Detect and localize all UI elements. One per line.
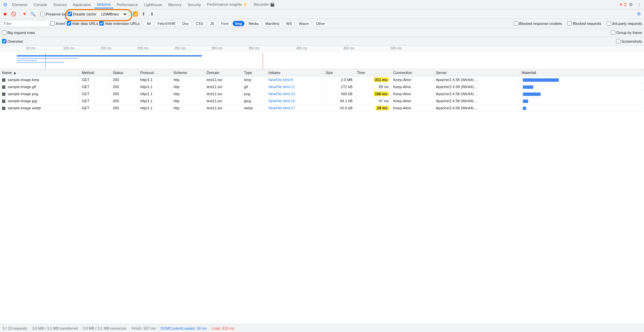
tab-performance-insights[interactable]: Performance insights ⚡	[204, 1, 250, 8]
filter-ws[interactable]: WS	[283, 21, 295, 26]
hide-extension-urls-checkbox[interactable]: Hide extension URLs	[99, 21, 139, 26]
table-body: sample-image.bmp GET 200 http/1.1 http t…	[0, 76, 644, 112]
cell-method: GET	[80, 83, 111, 90]
col-name[interactable]: Name ▲	[0, 69, 80, 76]
col-method[interactable]: Method	[80, 69, 111, 76]
blocked-response-cookies-checkbox[interactable]: Blocked response cookies	[514, 21, 562, 26]
network-table-container[interactable]: Name ▲ Method Status Protocol Scheme Dom…	[0, 69, 644, 324]
filter-all[interactable]: All	[144, 21, 154, 26]
cell-protocol: http/1.1	[138, 90, 171, 98]
status-bar: 5 / 10 requests | 3.0 MB / 3.1 MB transf…	[0, 324, 644, 332]
group-by-frame-checkbox[interactable]: Group by frame	[611, 30, 642, 35]
filter-css[interactable]: CSS	[193, 21, 206, 26]
search-icon[interactable]: 🔍	[29, 10, 37, 18]
table-row[interactable]: sample-image.jpg GET 200 http/1.1 http t…	[0, 98, 644, 105]
disable-cache-checkbox[interactable]: Disable cache	[68, 12, 96, 16]
options-bar: Big request rows Group by frame	[0, 28, 644, 37]
col-status[interactable]: Status	[110, 69, 138, 76]
ruler-500ms: 500 ms	[391, 46, 402, 50]
cell-server: Apache/2.4.58 (Win64) ...	[434, 76, 519, 83]
cell-connection: Keep-Alive	[391, 90, 434, 98]
filter-manifest[interactable]: Manifest	[263, 21, 282, 26]
table-row[interactable]: sample-image.gif GET 200 http/1.1 http t…	[0, 83, 644, 90]
status-resources: 3.0 MB / 3.1 MB resources	[83, 326, 127, 330]
col-waterfall[interactable]: Waterfall	[519, 69, 644, 76]
preserve-log-checkbox[interactable]: Preserve log	[40, 12, 67, 16]
devtools-logo-icon[interactable]: ⚙	[1, 1, 9, 8]
tab-application[interactable]: Application	[70, 1, 94, 8]
filter-icon[interactable]: ▼	[21, 10, 28, 18]
import-har-icon[interactable]: 📶	[132, 10, 139, 18]
tab-sources[interactable]: Sources	[50, 1, 69, 8]
cell-status: 200	[110, 98, 138, 105]
right-options: Blocked response cookies Blocked request…	[514, 21, 642, 26]
timeline-ruler: 50 ms 100 ms 150 ms 200 ms 250 ms 300 ms…	[0, 46, 644, 51]
cell-status: 200	[110, 76, 138, 83]
third-party-requests-checkbox[interactable]: 3rd-party requests	[607, 21, 642, 26]
tab-elements[interactable]: Elements	[9, 1, 30, 8]
devtools-settings-icon[interactable]: ⚙	[635, 10, 643, 18]
filter-media[interactable]: Media	[246, 21, 261, 26]
separator-1	[19, 11, 19, 17]
table-row[interactable]: sample-image.webp GET 200 http/1.1 http …	[0, 105, 644, 112]
tab-memory[interactable]: Memory	[166, 1, 184, 8]
cell-initiator[interactable]: NewFile.html:11	[266, 83, 324, 90]
invert-checkbox[interactable]: Invert	[50, 21, 65, 26]
overview-checkbox[interactable]: Overview	[2, 39, 23, 43]
col-size[interactable]: Size	[324, 69, 355, 76]
filter-fetch-xhr[interactable]: Fetch/XHR	[155, 21, 178, 26]
table-row[interactable]: sample-image.png GET 200 http/1.1 http t…	[0, 90, 644, 98]
devtools-window: ⚙ Elements Console Sources Application N…	[0, 0, 644, 332]
col-initiator[interactable]: Initiator	[266, 69, 324, 76]
cell-initiator[interactable]: NewFile.html:15	[266, 98, 324, 105]
col-server[interactable]: Server	[434, 69, 519, 76]
filter-other[interactable]: Other	[313, 21, 328, 26]
export-har-icon[interactable]: ⬆	[140, 10, 147, 18]
error-count-icon[interactable]: ✕ 2	[619, 1, 626, 8]
col-time[interactable]: Time	[355, 69, 391, 76]
tab-performance[interactable]: Performance	[114, 1, 141, 8]
overview-bar-3	[17, 60, 37, 61]
cell-waterfall	[519, 105, 644, 112]
screenshots-checkbox[interactable]: Screenshots	[616, 39, 642, 43]
filter-js[interactable]: JS	[207, 21, 217, 26]
settings-icon[interactable]: ⚙	[627, 1, 635, 8]
clear-button[interactable]: 🚫	[10, 10, 17, 18]
filter-wasm[interactable]: Wasm	[296, 21, 312, 26]
tab-lighthouse[interactable]: Lighthouse	[141, 1, 165, 8]
tab-network[interactable]: Network	[94, 1, 113, 8]
table-row[interactable]: sample-image.bmp GET 200 http/1.1 http t…	[0, 76, 644, 83]
download-icon[interactable]: ⬇	[148, 10, 156, 18]
top-right-settings: ⚙	[635, 10, 643, 18]
col-protocol[interactable]: Protocol	[138, 69, 171, 76]
filter-doc[interactable]: Doc	[180, 21, 192, 26]
col-type[interactable]: Type	[242, 69, 266, 76]
col-connection[interactable]: Connection	[391, 69, 434, 76]
big-request-rows-checkbox[interactable]: Big request rows	[2, 30, 35, 35]
cell-type: png	[242, 90, 266, 98]
blocked-requests-checkbox[interactable]: Blocked requests	[567, 21, 601, 26]
filter-input[interactable]	[2, 20, 49, 27]
record-stop-button[interactable]: ⏺	[1, 10, 9, 18]
col-domain[interactable]: Domain	[204, 69, 242, 76]
filter-bar: Invert Hide data URLs Hide extension URL…	[0, 19, 644, 28]
tab-recorder[interactable]: Recorder 🎬	[251, 1, 277, 8]
cell-initiator[interactable]: NewFile.html:8	[266, 76, 324, 83]
timeline-area[interactable]: 50 ms 100 ms 150 ms 200 ms 250 ms 300 ms…	[0, 46, 644, 69]
cell-method: GET	[80, 105, 111, 112]
cell-initiator[interactable]: NewFile.html:17	[266, 105, 324, 112]
cell-initiator[interactable]: NewFile.html:13	[266, 90, 324, 98]
cell-scheme: http	[171, 76, 205, 83]
cell-type: webp	[242, 105, 266, 112]
tab-console[interactable]: Console	[31, 1, 50, 8]
more-options-icon[interactable]: ⋮	[635, 1, 643, 8]
tab-security[interactable]: Security	[185, 1, 204, 8]
cell-protocol: http/1.1	[138, 83, 171, 90]
filter-font[interactable]: Font	[218, 21, 231, 26]
filter-img[interactable]: Img	[233, 21, 245, 26]
col-scheme[interactable]: Scheme	[171, 69, 205, 76]
throttle-select[interactable]: 120MB/sec No throttling Slow 3G Fast 3G	[98, 11, 128, 17]
hide-data-urls-checkbox[interactable]: Hide data URLs	[67, 21, 98, 26]
cell-domain: test11.loc	[204, 76, 242, 83]
filter-sep	[142, 21, 142, 26]
